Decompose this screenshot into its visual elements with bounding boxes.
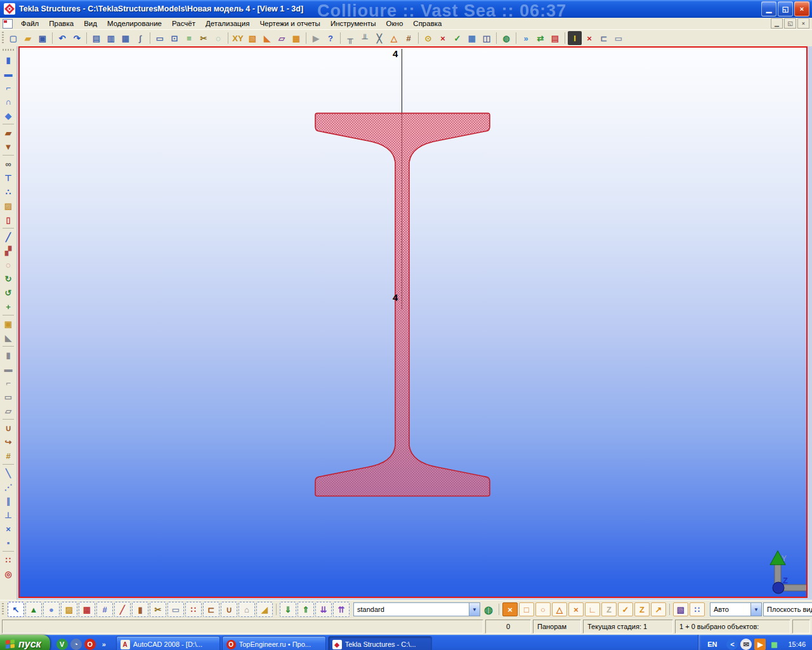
more-tools-icon[interactable]: » xyxy=(519,31,533,45)
menu-detailing[interactable]: Детализация xyxy=(200,19,254,28)
view-plane-tool-icon[interactable]: ▞ xyxy=(1,244,15,258)
quick-launch-overflow-chevron-icon[interactable]: » xyxy=(98,639,110,650)
steel-polybeam-tool-icon[interactable]: ⌐ xyxy=(1,376,15,390)
curved-beam-tool-icon[interactable]: ∩ xyxy=(1,95,15,109)
refresh-icon[interactable]: ⇄ xyxy=(534,31,547,45)
save-model-icon[interactable]: ▣ xyxy=(36,31,49,45)
ibeam-part[interactable] xyxy=(315,113,490,496)
restore-button[interactable]: ◱ xyxy=(778,1,793,17)
column-tool-icon[interactable]: ▮ xyxy=(1,53,15,67)
select-grid-lines-icon[interactable]: ╱ xyxy=(114,602,131,617)
copy-object-tool-icon[interactable]: ▣ xyxy=(1,317,15,331)
language-bar-icon[interactable]: < xyxy=(726,639,738,650)
close-button[interactable]: × xyxy=(794,1,809,17)
point-on-line-tool-icon[interactable]: ╲ xyxy=(1,466,15,480)
save-db-icon[interactable]: ◫ xyxy=(480,31,494,45)
snap-geometry-points-icon[interactable]: □ xyxy=(519,602,534,616)
report-icon[interactable]: ✓ xyxy=(450,31,464,45)
divide-line-tool-icon[interactable]: ∷ xyxy=(1,553,15,567)
projection-point-tool-icon[interactable]: ▪ xyxy=(1,536,15,550)
point-along-line-tool-icon[interactable]: ⋰ xyxy=(1,480,15,494)
quick-launch-clock-icon[interactable]: ◔ xyxy=(70,639,82,650)
rotate-object-tool-icon[interactable]: ↻ xyxy=(1,272,15,286)
taskbar-clock[interactable]: 15:46 xyxy=(788,640,806,648)
point-pair-tool-icon[interactable]: ∴ xyxy=(1,185,15,199)
concrete-panel-tool-icon[interactable]: ▰ xyxy=(1,126,15,140)
snap-depth-icon[interactable]: Z xyxy=(634,602,650,616)
download-master-tray-icon[interactable]: ▶ xyxy=(754,639,766,650)
pad-footing-tool-icon[interactable]: ▼ xyxy=(1,140,15,154)
beam-tool-icon[interactable]: ▬ xyxy=(1,67,15,81)
language-indicator[interactable]: EN xyxy=(707,640,717,648)
new-view-icon[interactable]: ▭ xyxy=(153,31,167,45)
select-objects-in-components-icon[interactable]: ⌂ xyxy=(239,602,255,617)
bottom-toolbar-grip[interactable] xyxy=(2,603,4,616)
create-grid-icon[interactable]: ╥ xyxy=(343,31,357,45)
new-model-icon[interactable]: ▢ xyxy=(6,31,20,45)
point-tool-icon[interactable]: ⊤ xyxy=(1,171,15,185)
erase-tool-icon[interactable]: ◣ xyxy=(1,331,15,345)
measure-icon[interactable]: △ xyxy=(387,31,401,45)
utorrent-icon[interactable]: V xyxy=(56,639,68,650)
column-ref-tool-icon[interactable]: ▯ xyxy=(1,213,15,227)
menu-help[interactable]: Справка xyxy=(408,19,447,28)
parallel-points-tool-icon[interactable]: ∥ xyxy=(1,494,15,508)
mesh-tool-icon[interactable]: # xyxy=(1,449,15,463)
snap-any-position-icon[interactable]: △ xyxy=(552,602,567,616)
minimize-button[interactable]: ▁ xyxy=(761,1,776,17)
rotate-object-z-tool-icon[interactable]: ↺ xyxy=(1,286,15,300)
menu-analysis[interactable]: Расчёт xyxy=(167,19,200,28)
taskbar-task-opera[interactable]: O TopEngineer.ru • Про... xyxy=(222,636,326,650)
redo-icon[interactable]: ↷ xyxy=(70,31,84,45)
pin-icon[interactable]: ⊙ xyxy=(421,31,435,45)
toolbar-grip[interactable] xyxy=(2,32,4,44)
feedback-icon[interactable]: ▤ xyxy=(548,31,562,45)
opera-quick-launch-icon[interactable]: O xyxy=(84,639,96,650)
edit-grid-icon[interactable]: ╨ xyxy=(358,31,372,45)
select-fittings-icon[interactable]: ∷ xyxy=(185,602,202,617)
steel-plate-tool-icon[interactable]: ▭ xyxy=(1,390,15,404)
web-globe-icon[interactable]: ◍ xyxy=(499,31,513,45)
phase-manager-icon[interactable]: XY xyxy=(231,31,245,45)
point-display-icon[interactable]: ∷ xyxy=(690,602,705,616)
taskbar-task-tekla[interactable]: ◆ Tekla Structures - C:\... xyxy=(328,636,432,650)
auto-combo[interactable]: Авто ▼ xyxy=(710,602,762,616)
search-icon[interactable]: ∞ xyxy=(1,157,15,171)
paste-icon[interactable]: ∫ xyxy=(133,31,147,45)
steel-column-tool-icon[interactable]: ▮ xyxy=(1,348,15,362)
snap-perpendicular-icon[interactable]: ∟ xyxy=(585,602,600,616)
select-reinforcement-icon[interactable]: ◢ xyxy=(256,602,273,617)
snap-nearest-points-icon[interactable]: ○ xyxy=(535,602,551,616)
copy-special-icon[interactable]: ▥ xyxy=(104,31,118,45)
plug-icon[interactable]: ⊏ xyxy=(597,31,611,45)
slab-tool-icon[interactable]: ▨ xyxy=(1,199,15,213)
select-parts-icon[interactable]: ▨ xyxy=(61,602,77,617)
taskbar-task-autocad[interactable]: A AutoCAD 2008 - [D:\... xyxy=(116,636,220,650)
profile-combo-arrow-icon[interactable]: ▼ xyxy=(469,603,480,616)
run-macro-icon[interactable]: ▶ xyxy=(309,31,323,45)
menu-tools[interactable]: Инструменты xyxy=(325,19,381,28)
fit-part-tool-icon[interactable]: ◌ xyxy=(1,258,15,272)
select-views-icon[interactable]: ▭ xyxy=(167,602,184,617)
window-layout-icon[interactable]: ▭ xyxy=(612,31,625,45)
snap-intersections-icon[interactable]: × xyxy=(568,602,584,616)
profile-combo[interactable]: standard ▼ xyxy=(353,602,480,616)
contour-plate-tool-icon[interactable]: ◆ xyxy=(1,109,15,123)
modeling-toolbar-grip[interactable] xyxy=(3,49,14,51)
mail-tray-icon[interactable]: ✉ xyxy=(740,639,752,650)
menu-view[interactable]: Вид xyxy=(79,19,102,28)
poly-plate-tool-icon[interactable]: ▱ xyxy=(1,404,15,418)
rotate-hand-tool-icon[interactable]: ↪ xyxy=(1,435,15,449)
export-icon[interactable]: ▱ xyxy=(275,31,289,45)
catalog-folder-icon[interactable]: ▧ xyxy=(246,31,259,45)
create-line-icon[interactable]: ╳ xyxy=(372,31,386,45)
select-assemblies-down-icon[interactable]: ⇓ xyxy=(280,602,296,617)
steel-beam-tool-icon[interactable]: ▬ xyxy=(1,362,15,376)
mdi-minimize-button[interactable]: ▁ xyxy=(771,18,783,29)
select-assemblies-up-icon[interactable]: ⇑ xyxy=(298,602,314,617)
select-surfaces-icon[interactable]: ▦ xyxy=(79,602,95,617)
select-grid-icon[interactable]: ▲ xyxy=(25,602,42,617)
select-component-down-icon[interactable]: ⇊ xyxy=(315,602,332,617)
component-catalog-icon[interactable]: ▩ xyxy=(289,31,303,45)
snap-ref-points-icon[interactable]: × xyxy=(502,602,518,616)
